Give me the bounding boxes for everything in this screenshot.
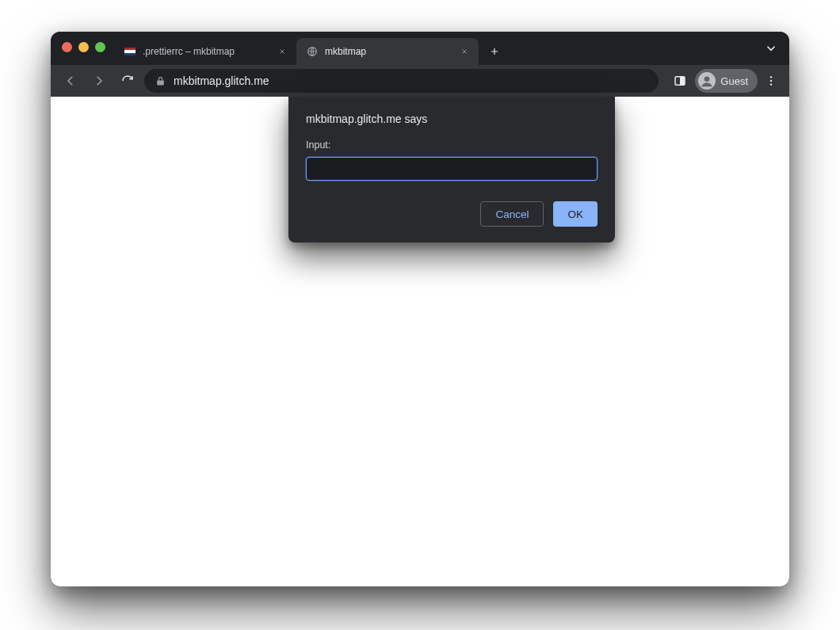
close-icon[interactable] bbox=[458, 45, 471, 58]
svg-point-6 bbox=[770, 80, 772, 82]
tab-title: .prettierrc – mkbitmap bbox=[143, 46, 269, 57]
screenshot-stage: .prettierrc – mkbitmap mkbitmap bbox=[0, 0, 840, 630]
window-close-button[interactable] bbox=[62, 42, 72, 52]
dialog-actions: Cancel OK bbox=[306, 201, 598, 227]
address-bar[interactable]: mkbitmap.glitch.me bbox=[144, 69, 659, 93]
profile-button[interactable]: Guest bbox=[695, 69, 758, 93]
forward-button[interactable] bbox=[87, 69, 111, 93]
avatar-icon bbox=[698, 72, 716, 90]
toolbar-right: Guest bbox=[668, 69, 781, 93]
svg-point-7 bbox=[770, 83, 772, 85]
url-text: mkbitmap.glitch.me bbox=[174, 74, 269, 87]
back-button[interactable] bbox=[59, 69, 82, 93]
dialog-label: Input: bbox=[306, 139, 598, 151]
svg-rect-2 bbox=[681, 77, 685, 86]
close-icon[interactable] bbox=[276, 45, 288, 58]
tab-strip: .prettierrc – mkbitmap mkbitmap bbox=[51, 32, 789, 65]
window-minimize-button[interactable] bbox=[78, 42, 89, 52]
svg-point-4 bbox=[704, 76, 710, 82]
dialog-title: mkbitmap.glitch.me says bbox=[306, 113, 598, 125]
tab-title: mkbitmap bbox=[325, 46, 452, 57]
js-prompt-dialog: mkbitmap.glitch.me says Input: Cancel OK bbox=[288, 97, 615, 242]
globe-icon bbox=[306, 45, 319, 58]
dialog-field bbox=[306, 157, 598, 181]
tab-overflow-button[interactable] bbox=[764, 41, 778, 59]
new-tab-button[interactable] bbox=[483, 40, 506, 63]
glitch-icon bbox=[124, 45, 136, 58]
tabs-container: .prettierrc – mkbitmap mkbitmap bbox=[114, 32, 506, 65]
profile-label: Guest bbox=[720, 75, 748, 87]
prompt-input[interactable] bbox=[306, 157, 598, 181]
tab-prettierrc[interactable]: .prettierrc – mkbitmap bbox=[114, 38, 296, 65]
ok-button[interactable]: OK bbox=[553, 201, 598, 227]
window-controls bbox=[62, 42, 105, 52]
lock-icon bbox=[155, 76, 166, 86]
menu-button[interactable] bbox=[761, 74, 781, 87]
svg-point-5 bbox=[770, 76, 772, 78]
side-panel-button[interactable] bbox=[668, 69, 692, 93]
tab-mkbitmap[interactable]: mkbitmap bbox=[296, 38, 479, 65]
cancel-button[interactable]: Cancel bbox=[480, 201, 544, 227]
browser-window: .prettierrc – mkbitmap mkbitmap bbox=[51, 32, 789, 586]
toolbar: mkbitmap.glitch.me Guest bbox=[51, 65, 789, 97]
window-fullscreen-button[interactable] bbox=[95, 42, 105, 52]
reload-button[interactable] bbox=[116, 69, 139, 93]
